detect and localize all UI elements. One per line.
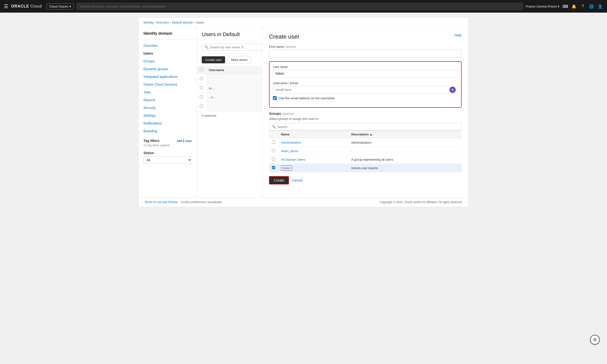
username-email-input[interactable] [273, 86, 458, 94]
create-button[interactable]: Create [269, 176, 289, 184]
main-content: Users in Default 🔍 Create user More acti… [197, 27, 468, 197]
group-name-header: Name [278, 130, 348, 138]
cookie-text: Cookie preferences unavailable [181, 200, 222, 204]
groups-search-bar: 🔍 [269, 123, 462, 130]
sidebar: Identity domain Overview Users Groups Dy… [139, 27, 197, 197]
sidebar-item-notifications[interactable]: Notifications [139, 119, 197, 127]
user-avatar-icon[interactable]: 👤 [597, 3, 603, 9]
breadcrumb-identity[interactable]: Identity [144, 21, 154, 24]
group-name-link[interactable]: Administrators [281, 141, 301, 144]
group-name-link[interactable]: holori [281, 166, 292, 171]
sidebar-item-security[interactable]: Security [139, 104, 197, 112]
group-checkbox[interactable] [272, 141, 275, 144]
last-name-label: Last name [273, 65, 458, 69]
group-description: A group representing all users. [348, 155, 462, 164]
group-description: Administrators [348, 138, 462, 147]
bell-icon[interactable]: 🔔 [571, 3, 577, 9]
group-checkbox[interactable] [272, 149, 275, 152]
sidebar-item-users[interactable]: Users [139, 50, 197, 57]
create-user-button[interactable]: Create user [202, 56, 225, 63]
groups-section: Groups Optional Select groups to assign … [269, 112, 462, 172]
breadcrumb-users: Users [196, 21, 204, 24]
email-as-username-label: Use the email address as the username [279, 96, 335, 100]
username-email-label: Username / Email [273, 81, 458, 85]
group-checkbox-selected[interactable] [272, 166, 275, 169]
group-row-selected: holori holoris cost reports [269, 164, 462, 172]
sidebar-title: Identity domain [139, 31, 197, 39]
select-all-checkbox[interactable] [200, 68, 203, 71]
last-name-group: Last name [273, 65, 458, 78]
group-description: holoris cost reports [348, 164, 462, 172]
last-name-input[interactable] [273, 70, 458, 78]
panel-actions: Create Cancel [269, 176, 462, 184]
search-icon: 🔍 [204, 45, 209, 49]
sidebar-item-settings[interactable]: Settings [139, 112, 197, 119]
groups-subtitle: Select groups to assign this user to. [269, 117, 462, 121]
email-as-username-row: Use the email address as the username [273, 96, 458, 100]
panel-header: Create user Help [269, 33, 462, 40]
footer-copyright: Copyright © 2024, Oracle and/or its affi… [380, 200, 462, 204]
group-desc-header: Description ▲ [348, 130, 462, 138]
terminal-icon[interactable]: ⌨ [562, 3, 568, 9]
group-checkbox[interactable] [272, 157, 275, 161]
sidebar-item-reports[interactable]: Reports [139, 96, 197, 104]
tag-no-filters-text: no tag filters applied [144, 144, 192, 147]
group-row: All Domain Users A group representing al… [269, 155, 462, 164]
group-description: - [348, 147, 462, 155]
group-row: holori_demo - [269, 147, 462, 155]
sidebar-item-jobs[interactable]: Jobs [139, 88, 197, 96]
status-filter-label: Status [144, 151, 192, 155]
sidebar-item-dynamic-groups[interactable]: Dynamic groups [139, 65, 197, 73]
breadcrumb-default-domain[interactable]: Default domain [172, 21, 193, 24]
sidebar-item-oracle-cloud-services[interactable]: Oracle Cloud Services [139, 80, 197, 88]
groups-search-icon: 🔍 [272, 125, 276, 129]
sort-icon: ▲ [369, 132, 373, 136]
top-navigation: ☰ ORACLE Cloud Cloud Classic ▾ France Ce… [0, 0, 607, 13]
footer-left: Terms of Use and Privacy Cookie preferen… [145, 200, 222, 204]
group-name-link[interactable]: All Domain Users [281, 158, 305, 161]
tag-filters-label: Tag filters [144, 139, 159, 143]
more-action-button[interactable]: More action [227, 56, 251, 64]
group-name-link[interactable]: holori_demo [281, 149, 298, 153]
sidebar-item-integrated-apps[interactable]: Integrated applications [139, 73, 197, 80]
row-checkbox[interactable] [200, 104, 203, 108]
cloud-classic-button[interactable]: Cloud Classic ▾ [47, 3, 74, 10]
first-name-label: First name Optional [269, 45, 462, 49]
chevron-down-icon: ▾ [69, 5, 71, 8]
region-selector[interactable]: France Central (Paris) ▾ [526, 5, 559, 8]
row-checkbox[interactable] [200, 77, 203, 80]
help-link[interactable]: Help [455, 33, 462, 37]
tag-filters-clear[interactable]: clear [185, 139, 192, 143]
row-checkbox[interactable] [200, 86, 203, 89]
user-link[interactable]: ec... [209, 86, 215, 90]
hamburger-icon[interactable]: ☰ [4, 3, 8, 9]
groups-search-input[interactable] [277, 125, 459, 129]
content-area: Identity domain Overview Users Groups Dy… [139, 27, 468, 197]
tag-filters-add[interactable]: add [177, 139, 182, 143]
panel-title: Create user [269, 33, 299, 40]
tag-filters-section: Tag filters add | clear no tag filters a… [139, 135, 197, 149]
sidebar-item-groups[interactable]: Groups [139, 57, 197, 65]
footer: Terms of Use and Privacy Cookie preferen… [139, 197, 468, 207]
first-name-input[interactable] [269, 50, 462, 57]
status-filter-section: Status All Active Inactive [139, 149, 197, 168]
sidebar-item-overview[interactable]: Overview [139, 42, 197, 50]
groups-optional-label: Optional [282, 112, 294, 116]
groups-title: Groups [269, 112, 281, 116]
row-checkbox[interactable] [200, 95, 203, 98]
help-icon[interactable]: ? [580, 3, 586, 9]
breadcrumb-domains[interactable]: Domains [157, 21, 169, 24]
oracle-logo: ORACLE Cloud [11, 4, 42, 9]
user-link[interactable]: ...il... [209, 95, 215, 99]
email-as-username-checkbox[interactable] [273, 96, 277, 100]
nav-search-input[interactable] [77, 3, 523, 10]
cancel-button[interactable]: Cancel [292, 178, 303, 182]
nav-right-area: France Central (Paris) ▾ ⌨ 🔔 ? 🌐 👤 [526, 3, 603, 9]
status-filter-select[interactable]: All Active Inactive [144, 156, 192, 164]
red-highlight-section: Last name Username / Email ❄ U [269, 61, 462, 108]
globe-icon[interactable]: 🌐 [589, 3, 594, 9]
terms-link[interactable]: Terms of Use and Privacy [145, 200, 178, 204]
groups-table: Name Description ▲ Admini [269, 130, 462, 172]
sidebar-item-branding[interactable]: Branding [139, 127, 197, 135]
region-chevron-icon: ▾ [558, 5, 559, 8]
